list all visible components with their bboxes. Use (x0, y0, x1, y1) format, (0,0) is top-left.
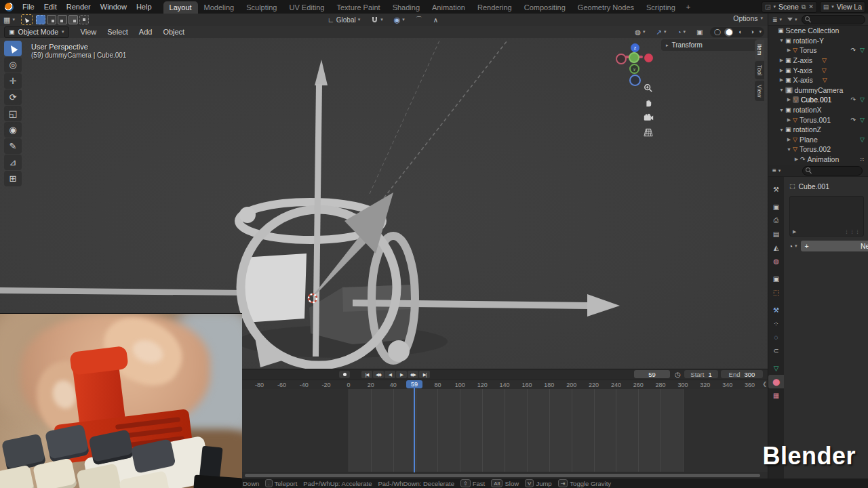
gizmos-dropdown[interactable]: ↗▾ (653, 28, 670, 36)
object-label[interactable]: rotation-Y (793, 37, 825, 45)
select-mode-invert[interactable] (68, 15, 78, 24)
outliner-row-rotation-y[interactable]: ▼▣rotation-Y (768, 36, 868, 46)
properties-tab-output[interactable]: ⎙ (768, 214, 784, 227)
material-slot-list[interactable]: ▶ ⋮⋮⋮ (789, 196, 864, 237)
object-label[interactable]: Y-axis (793, 66, 812, 75)
falloff-curve-icon[interactable]: ∧ (430, 16, 441, 24)
outliner-row-dummycamera[interactable]: ▼▣dummyCamera (768, 85, 868, 96)
object-label[interactable]: Cube.001 (801, 96, 832, 104)
current-frame-field[interactable]: 59 (634, 370, 670, 378)
select-mode-intersect[interactable] (79, 15, 89, 24)
tab-shading[interactable]: Shading (387, 1, 426, 14)
ortho-toggle-icon[interactable] (642, 126, 655, 139)
expand-icon[interactable]: ▼ (778, 38, 785, 43)
properties-editor-type[interactable]: ≡▾ (771, 167, 782, 174)
tab-texture-paint[interactable]: Texture Paint (330, 1, 386, 14)
tool-measure[interactable]: ⊿ (4, 155, 22, 170)
outliner-row-rotationz[interactable]: ▼▣rotationZ (768, 125, 868, 135)
properties-tab-object[interactable]: ⬚ (768, 285, 784, 299)
new-material-button[interactable]: + New (801, 241, 868, 251)
mode-dropdown[interactable]: ▣ Object Mode▾ (4, 26, 69, 38)
shading-wireframe-icon[interactable]: ◯ (713, 28, 722, 37)
tab-geometry-nodes[interactable]: Geometry Nodes (572, 1, 640, 14)
outliner-row-torus-002[interactable]: ▼▽Torus.002 (768, 144, 868, 155)
proportional-falloff-icon[interactable]: ⌒ (412, 15, 426, 24)
object-label[interactable]: Torus (800, 46, 817, 54)
properties-tab-world[interactable]: ◍ (768, 254, 784, 268)
timeline-ruler[interactable]: -80-60-40-200204080100120140160180200220… (242, 380, 768, 390)
next-keyframe-button[interactable]: ◆▶ (408, 371, 418, 378)
properties-tab-view-layer[interactable]: ▤ (768, 227, 784, 241)
select-mode-subtract[interactable] (58, 15, 67, 24)
properties-tab-material[interactable]: ⬤ (768, 375, 784, 388)
object-label[interactable]: Torus.001 (800, 116, 831, 124)
object-label[interactable]: dummyCamera (795, 86, 844, 94)
expand-icon[interactable]: ▶ (786, 47, 792, 53)
properties-tab-texture[interactable]: ▦ (768, 388, 784, 402)
panel-divider[interactable] (768, 14, 768, 479)
camera-view-icon[interactable] (642, 111, 655, 124)
frame-start-field[interactable]: Start1 (684, 370, 718, 378)
outliner-row-plane[interactable]: ▶▽Plane▽ (768, 135, 868, 145)
tool-annotate[interactable]: ✎ (4, 138, 22, 154)
panel-collapse-icon[interactable]: ❮ (762, 381, 767, 387)
properties-tab-particles[interactable]: ⁘ (768, 317, 784, 330)
options-dropdown[interactable]: Options▾ (733, 14, 763, 22)
object-label[interactable]: X-axis (793, 76, 813, 84)
viewport-menu-view[interactable]: View (76, 27, 102, 37)
expand-icon[interactable]: ▶ (786, 137, 792, 142)
properties-tab-render[interactable]: ▣ (768, 200, 784, 214)
expand-icon[interactable]: ▶ (778, 58, 785, 63)
object-label[interactable]: rotationZ (793, 125, 821, 134)
object-label[interactable]: Plane (800, 136, 818, 144)
outliner-row-animation[interactable]: ▶↷Animation⁙ (768, 155, 868, 165)
tool-add-cube[interactable]: ⊞ (4, 171, 22, 186)
properties-search-input[interactable] (802, 166, 863, 176)
outliner-search-input[interactable] (802, 15, 865, 24)
tool-transform[interactable]: ◉ (4, 122, 22, 138)
current-frame-badge[interactable]: 59 (406, 380, 422, 388)
playhead[interactable] (414, 380, 415, 472)
object-label[interactable]: Scene Collection (786, 26, 840, 35)
jump-start-button[interactable]: |◀ (361, 371, 372, 378)
frame-end-field[interactable]: End300 (721, 370, 763, 378)
tab-layout[interactable]: Layout (163, 1, 198, 14)
properties-tab-collection[interactable]: ▣ (768, 272, 784, 285)
expand-icon[interactable]: ▶ (778, 77, 785, 83)
close-icon[interactable]: ✕ (808, 3, 814, 10)
outliner-display-mode[interactable]: ≣▾ (771, 16, 783, 23)
gizmo-z-neg[interactable] (629, 75, 641, 86)
expand-icon[interactable]: ▶ (793, 157, 800, 162)
expand-icon[interactable]: ▶ (786, 97, 792, 102)
navigation-gizmo[interactable]: z y (616, 42, 655, 84)
tab-compositing[interactable]: Compositing (518, 1, 572, 14)
gizmo-x-neg[interactable] (616, 54, 627, 64)
tab-rendering[interactable]: Rendering (471, 1, 518, 14)
xray-toggle[interactable]: ▣ (693, 28, 706, 36)
copy-icon[interactable]: ⧉ (802, 3, 806, 11)
outliner-row-rotationx[interactable]: ▼▣rotationX (768, 105, 868, 115)
slot-expand-icon[interactable]: ▶ (793, 229, 796, 235)
play-button[interactable]: ▶ (396, 371, 407, 378)
gizmo-z-axis[interactable]: z (631, 43, 639, 52)
outliner-row-scene collection[interactable]: ▣Scene Collection (768, 26, 868, 36)
active-tool-icon[interactable] (21, 14, 33, 25)
select-mode-extend[interactable] (47, 15, 56, 24)
shading-solid-icon[interactable]: ⬤ (724, 28, 733, 37)
jump-end-button[interactable]: ▶| (419, 371, 430, 378)
play-reverse-button[interactable]: ◀ (384, 371, 395, 378)
viewport-menu-object[interactable]: Object (158, 27, 189, 37)
tab-sculpting[interactable]: Sculpting (240, 1, 283, 14)
properties-tab-data[interactable]: ▽ (768, 361, 784, 375)
zoom-icon[interactable] (642, 81, 655, 94)
gizmo-y-axis[interactable]: y (629, 64, 639, 74)
tab-modeling[interactable]: Modeling (198, 1, 241, 14)
properties-tab-physics[interactable]: ◌ (768, 330, 784, 344)
breadcrumb-object-name[interactable]: Cube.001 (799, 182, 830, 190)
tool-scale[interactable]: ◱ (4, 106, 22, 121)
editor-type-button[interactable]: ▦▾ (0, 16, 18, 24)
orientation-dropdown[interactable]: ∟ Global▾ (324, 16, 363, 24)
show-overlays-dropdown[interactable]: ◍▾ (631, 28, 648, 36)
object-label[interactable]: Z-axis (793, 56, 813, 64)
menu-render[interactable]: Render (62, 2, 96, 12)
